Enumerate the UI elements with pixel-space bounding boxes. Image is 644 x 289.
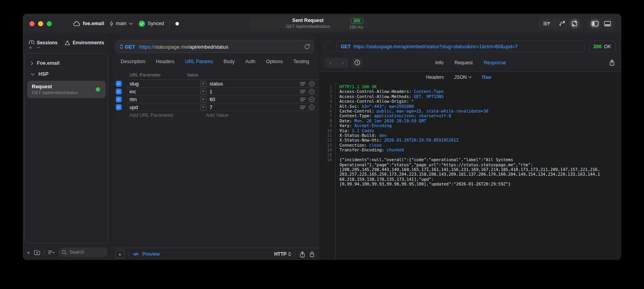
equals-icon: = [200,89,206,95]
fork-sync-button[interactable] [557,18,567,29]
response-subtabs: Headers JSON Raw [308,72,609,82]
bottom-panel-icon [604,21,611,27]
tree-item-foe-email[interactable]: Foe.email [25,58,108,69]
json-body-line: {"incidents":null,"overall":{"code":"ope… [335,157,513,162]
sent-request-url-box[interactable]: GET https://statuspage.me/api/embed/stat… [337,41,585,52]
remove-row-icon[interactable] [309,96,315,102]
project-switcher[interactable]: foe.email [73,21,104,26]
stepper-icon [288,252,291,256]
remove-item-button[interactable]: − [37,44,40,50]
request-list-button[interactable] [542,18,552,29]
param-checkbox[interactable]: ✓ [116,104,122,110]
param-value-field[interactable]: status [210,81,223,87]
drag-handle-icon[interactable] [300,89,306,94]
add-url-parameter-field[interactable]: Add URL Parameter [130,113,203,118]
param-checkbox[interactable]: ✓ [116,96,122,102]
param-row-rtm: ✓ rtm = 60 [110,95,319,103]
toggle-left-sidebar-button[interactable] [590,18,600,29]
minimize-window-button[interactable] [38,21,43,26]
sessions-tree-panel: Foe.email HSP Request GET /api/embed/sta… [24,53,108,244]
param-row-slug: ✓ slug = status [110,80,319,87]
remove-row-icon[interactable] [309,104,315,110]
list-chevron-icon [48,250,55,255]
response-status-code: 200 [593,44,602,49]
branch-selector[interactable]: main [109,20,133,27]
lock-button[interactable] [309,251,315,257]
drag-handle-icon[interactable] [300,97,306,102]
param-name-field[interactable]: slug [130,81,200,87]
line-number: 6 [320,109,335,113]
response-request-method: GET [341,44,351,49]
sort-options-button[interactable] [48,250,55,255]
add-item-button[interactable]: + [29,44,32,50]
param-name-field[interactable]: inc [130,89,200,95]
sync-label: Synced [148,21,164,26]
line-number: 7 [320,113,335,118]
param-value-field[interactable]: 7 [210,104,212,110]
response-raw-view[interactable]: 1HTTP/1.1 200 OK 2Access-Control-Allow-H… [320,82,621,260]
remove-row-icon[interactable] [309,89,315,95]
tab-testing[interactable]: Testing [294,59,309,64]
search-input[interactable] [69,249,102,255]
drag-handle-icon[interactable] [300,105,306,109]
close-window-button[interactable] [29,21,35,26]
share-button[interactable] [299,251,305,258]
subtab-headers[interactable]: Headers [426,75,444,80]
line-number: 14 [320,147,335,152]
history-button[interactable] [351,58,363,68]
import-export-button[interactable] [569,18,580,29]
param-checkbox[interactable]: ✓ [116,89,122,95]
add-value-field[interactable]: Add Value [203,113,228,118]
gutter-divider [335,82,336,260]
subtab-raw[interactable]: Raw [482,75,491,80]
json-body-line: [208,205,145,298,443,140,160,165,171,161… [335,167,600,172]
tab-headers[interactable]: Headers [156,59,174,64]
sync-status[interactable]: Synced [139,20,164,27]
response-tabs: Info Request Response [435,60,506,65]
new-folder-button[interactable] [34,249,40,255]
resend-request-button[interactable] [304,44,310,50]
sidebar-bottom-separator [44,249,44,255]
tab-body[interactable]: Body [223,59,235,64]
tab-info[interactable]: Info [435,60,443,65]
line-number: 10 [320,128,335,133]
tab-environments[interactable]: Environments [64,40,104,46]
tree-item-hsp[interactable]: HSP [25,69,108,80]
url-text[interactable]: https://statuspage.me/api/embed/status [139,44,228,50]
fullscreen-window-button[interactable] [47,21,52,26]
tab-request[interactable]: Request [454,60,473,65]
request-url-bar[interactable]: GET https://statuspage.me/api/embed/stat… [116,40,314,53]
footer-separator [129,251,129,257]
toggle-bottom-panel-button[interactable] [602,18,613,29]
protocol-selector[interactable]: HTTP [274,251,291,257]
tab-auth[interactable]: Auth [245,59,255,64]
tab-options[interactable]: Options [266,59,283,64]
line-number: 2 [320,89,335,94]
param-row-upd: ✓ upd = 7 [110,103,319,111]
request-method[interactable]: GET [125,44,135,50]
sent-request-pill[interactable]: Sent Request GET /api/embed/status 200 2… [248,16,368,31]
param-name-field[interactable]: rtm [130,96,200,102]
sidebar-search[interactable] [58,247,108,257]
params-table-header: URL Parameter Value [110,70,319,80]
preview-button[interactable]: Preview [142,251,160,257]
tab-url-params[interactable]: URL Params [185,59,213,64]
param-name-field[interactable]: upd [130,104,200,110]
tab-response[interactable]: Response [484,60,506,65]
subtab-json-selector[interactable]: JSON [454,75,472,80]
request-list-item-selected[interactable]: Request GET /api/embed/status [27,81,106,98]
collapse-panel-button[interactable]: ▲ [115,250,125,258]
forward-button[interactable]: › [337,60,348,65]
export-response-button[interactable] [609,59,615,66]
tab-description[interactable]: Description [121,59,146,64]
param-checkbox[interactable]: ✓ [116,81,122,87]
param-value-field[interactable]: 1 [210,89,212,95]
app-window: foe.email main Synced Sent Request GET /… [23,14,621,260]
new-request-button[interactable]: + [27,249,30,255]
back-button[interactable]: ‹ [325,60,336,65]
branch-icon [109,20,113,27]
drag-handle-icon[interactable] [300,82,306,86]
request-duration: 280 ms [350,25,363,29]
tree-item-label: HSP [38,71,49,77]
param-value-field[interactable]: 60 [210,96,215,102]
